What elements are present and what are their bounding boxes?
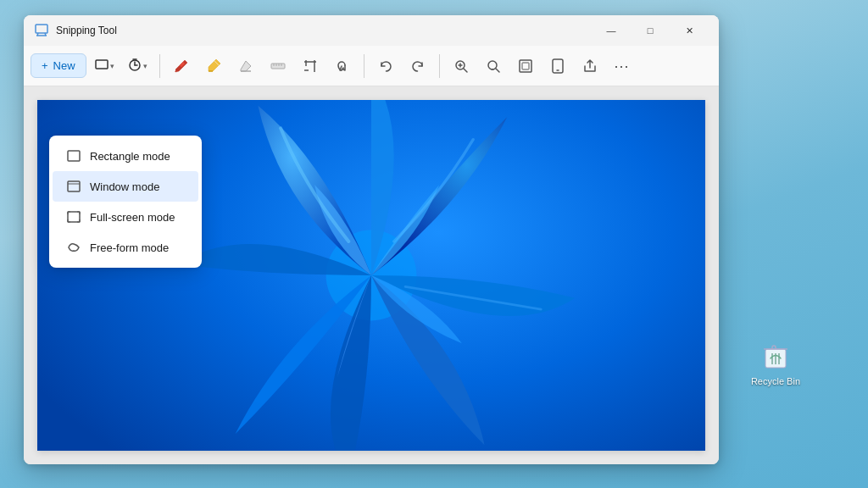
svg-rect-16 xyxy=(271,64,285,69)
mode-chevron-icon: ▾ xyxy=(110,62,114,70)
window-title: Snipping Tool xyxy=(56,25,592,36)
minimize-button[interactable]: — xyxy=(592,15,631,46)
redo-button[interactable] xyxy=(403,52,432,80)
toolbar: + New ▾ ▾ xyxy=(24,46,719,86)
phone-button[interactable] xyxy=(543,52,572,80)
highlighter-tool-button[interactable] xyxy=(199,52,228,80)
fullscreen-mode-icon xyxy=(66,209,81,225)
close-button[interactable]: ✕ xyxy=(670,15,709,46)
svg-rect-42 xyxy=(68,212,80,222)
undo-button[interactable] xyxy=(371,52,400,80)
touch-write-button[interactable] xyxy=(328,52,357,80)
svg-rect-9 xyxy=(96,60,108,69)
mode-icon xyxy=(95,58,108,74)
fullscreen-mode-label: Full-screen mode xyxy=(90,211,175,224)
svg-line-28 xyxy=(464,69,467,72)
delay-icon xyxy=(128,58,142,74)
zoom-in-button[interactable] xyxy=(447,52,476,80)
mode-dropdown-menu: Rectangle mode Window mode xyxy=(49,136,202,268)
rectangle-mode-item[interactable]: Rectangle mode xyxy=(53,141,198,171)
mode-selector-button[interactable]: ▾ xyxy=(90,54,120,77)
window-mode-label: Window mode xyxy=(90,180,159,193)
svg-line-31 xyxy=(496,69,499,72)
rectangle-mode-label: Rectangle mode xyxy=(90,150,170,163)
recycle-bin[interactable]: Recycle Bin xyxy=(751,339,800,386)
svg-rect-39 xyxy=(68,151,80,161)
separator-2 xyxy=(364,54,364,78)
delay-selector-button[interactable]: ▾ xyxy=(123,54,153,77)
share-button[interactable] xyxy=(576,52,604,80)
window-controls: — □ ✕ xyxy=(592,15,709,46)
snipping-tool-window: Snipping Tool — □ ✕ + New ▾ xyxy=(24,15,719,464)
more-options-button[interactable]: ⋯ xyxy=(608,52,637,80)
pen-tool-button[interactable] xyxy=(167,52,196,80)
eraser-tool-button[interactable] xyxy=(231,52,260,80)
svg-rect-34 xyxy=(522,63,529,69)
recycle-bin-icon xyxy=(759,339,793,373)
new-plus-icon: + xyxy=(42,59,48,72)
window-mode-icon xyxy=(66,179,81,194)
svg-rect-40 xyxy=(68,181,80,191)
window-mode-item[interactable]: Window mode xyxy=(53,171,198,202)
freeform-mode-item[interactable]: Free-form mode xyxy=(53,232,198,263)
titlebar: Snipping Tool — □ ✕ xyxy=(24,15,719,46)
freeform-mode-label: Free-form mode xyxy=(90,241,169,254)
zoom-out-button[interactable] xyxy=(479,52,508,80)
rectangle-mode-icon xyxy=(66,148,81,164)
separator-1 xyxy=(159,54,160,78)
fit-page-button[interactable] xyxy=(511,52,540,80)
svg-rect-5 xyxy=(36,25,47,33)
fullscreen-mode-item[interactable]: Full-screen mode xyxy=(53,202,198,232)
app-icon xyxy=(34,23,49,38)
freeform-mode-icon xyxy=(66,240,81,255)
new-button[interactable]: + New xyxy=(31,53,86,78)
svg-rect-33 xyxy=(520,60,531,72)
new-label: New xyxy=(53,59,75,72)
delay-chevron-icon: ▾ xyxy=(143,62,147,70)
svg-rect-32 xyxy=(491,69,494,70)
crop-tool-button[interactable] xyxy=(296,52,325,80)
separator-3 xyxy=(439,54,440,78)
content-area: Rectangle mode Window mode xyxy=(24,86,719,464)
ruler-tool-button[interactable] xyxy=(264,52,292,80)
maximize-button[interactable]: □ xyxy=(631,15,670,46)
recycle-bin-label: Recycle Bin xyxy=(751,376,800,386)
